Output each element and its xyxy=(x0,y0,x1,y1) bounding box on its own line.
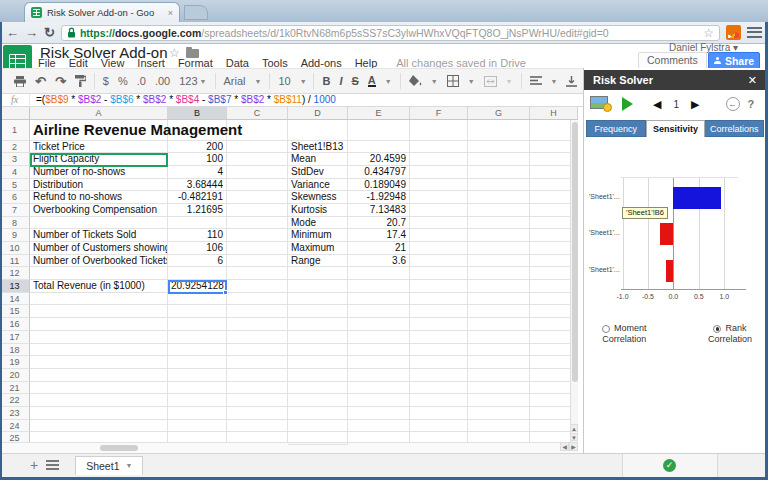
cell-C18[interactable] xyxy=(227,344,288,357)
close-tab-icon[interactable]: × xyxy=(168,8,173,18)
row-header-17[interactable]: 17 xyxy=(0,331,30,344)
url-bar[interactable]: https://docs.google.com/spreadsheets/d/1… xyxy=(61,25,720,41)
column-header-F[interactable]: F xyxy=(410,107,468,119)
cell-G11[interactable] xyxy=(468,255,530,268)
cell-D22[interactable] xyxy=(288,394,348,407)
cell-F6[interactable] xyxy=(410,191,468,204)
cell-D8[interactable]: Mode xyxy=(288,217,348,230)
extension-icon[interactable] xyxy=(726,25,741,40)
cell-A22[interactable] xyxy=(30,394,168,407)
cell-G21[interactable] xyxy=(468,382,530,395)
number-format-button[interactable]: 123▼ xyxy=(179,75,206,87)
cell-B8[interactable] xyxy=(168,217,227,230)
merge-cells-icon[interactable] xyxy=(484,76,497,87)
fill-color-icon[interactable] xyxy=(409,75,422,87)
cell-B14[interactable] xyxy=(168,293,227,306)
cell-G18[interactable] xyxy=(468,344,530,357)
row-header-16[interactable]: 16 xyxy=(0,318,30,331)
cell-B6[interactable]: -0.482191 xyxy=(168,191,227,204)
cell-F8[interactable] xyxy=(410,217,468,230)
cell-A8[interactable] xyxy=(30,217,168,230)
cell-D16[interactable] xyxy=(288,318,348,331)
vertical-align-icon[interactable] xyxy=(566,76,577,87)
row-header-8[interactable]: 8 xyxy=(0,217,30,230)
row-header-1[interactable]: 1 xyxy=(0,120,30,141)
cell-E13[interactable] xyxy=(348,280,410,293)
sheet-tab[interactable]: Sheet1 ▼ xyxy=(75,456,143,475)
cell-C5[interactable] xyxy=(227,179,288,192)
cell-F24[interactable] xyxy=(410,420,468,433)
cell-G19[interactable] xyxy=(468,356,530,369)
cell-C13[interactable] xyxy=(227,280,288,293)
column-header-A[interactable]: A xyxy=(30,107,168,119)
cell-F15[interactable] xyxy=(410,305,468,318)
cell-D15[interactable] xyxy=(288,305,348,318)
cell-E1[interactable] xyxy=(348,120,410,141)
cell-B7[interactable]: 1.21695 xyxy=(168,204,227,217)
browser-tab[interactable]: Risk Solver Add-on - Goo × xyxy=(24,2,180,22)
cell-C19[interactable] xyxy=(227,356,288,369)
all-sheets-menu-icon[interactable] xyxy=(46,460,59,470)
cell-G17[interactable] xyxy=(468,331,530,344)
cell-G8[interactable] xyxy=(468,217,530,230)
new-tab-button[interactable] xyxy=(184,5,208,20)
row-header-24[interactable]: 24 xyxy=(0,420,30,433)
percent-format-button[interactable]: % xyxy=(118,75,128,87)
chrome-menu-icon[interactable] xyxy=(747,27,762,38)
cell-D3[interactable]: Mean xyxy=(288,153,348,166)
horizontal-scroll-thumb[interactable] xyxy=(100,445,138,451)
cell-C16[interactable] xyxy=(227,318,288,331)
cell-E9[interactable]: 17.4 xyxy=(348,229,410,242)
row-header-10[interactable]: 10 xyxy=(0,242,30,255)
cell-C4[interactable] xyxy=(227,166,288,179)
previous-trial-icon[interactable]: ◀ xyxy=(653,98,661,111)
cell-C11[interactable] xyxy=(227,255,288,268)
print-icon[interactable] xyxy=(14,76,26,87)
text-color-button[interactable]: A xyxy=(368,75,376,87)
horizontal-align-icon[interactable] xyxy=(530,76,542,86)
row-header-23[interactable]: 23 xyxy=(0,407,30,420)
cell-D19[interactable] xyxy=(288,356,348,369)
row-header-5[interactable]: 5 xyxy=(0,179,30,192)
scroll-right-icon[interactable]: ▶ xyxy=(569,442,578,451)
cell-G2[interactable] xyxy=(468,141,530,154)
cell-D24[interactable] xyxy=(288,420,348,433)
cell-A20[interactable] xyxy=(30,369,168,382)
row-header-21[interactable]: 21 xyxy=(0,382,30,395)
cell-C21[interactable] xyxy=(227,382,288,395)
cell-B22[interactable] xyxy=(168,394,227,407)
radio-circle-icon[interactable] xyxy=(713,325,721,333)
cell-A16[interactable] xyxy=(30,318,168,331)
cell-B2[interactable]: 200 xyxy=(168,141,227,154)
cell-D5[interactable]: Variance xyxy=(288,179,348,192)
cell-F7[interactable] xyxy=(410,204,468,217)
cell-E8[interactable]: 20.7 xyxy=(348,217,410,230)
radio-rank-correlation[interactable]: RankCorrelation xyxy=(708,323,752,345)
cell-F13[interactable] xyxy=(410,280,468,293)
vertical-scrollbar[interactable] xyxy=(570,120,578,442)
row-header-12[interactable]: 12 xyxy=(0,267,30,280)
cell-D25[interactable] xyxy=(288,432,348,445)
cell-C15[interactable] xyxy=(227,305,288,318)
cell-F14[interactable] xyxy=(410,293,468,306)
vertical-scroll-thumb[interactable] xyxy=(572,122,578,382)
decrease-decimals-button[interactable]: .0 xyxy=(137,75,146,87)
cell-C9[interactable] xyxy=(227,229,288,242)
cell-B5[interactable]: 3.68444 xyxy=(168,179,227,192)
cell-B19[interactable] xyxy=(168,356,227,369)
row-header-6[interactable]: 6 xyxy=(0,191,30,204)
radio-circle-icon[interactable] xyxy=(602,325,610,333)
cell-B4[interactable]: 4 xyxy=(168,166,227,179)
cell-B21[interactable] xyxy=(168,382,227,395)
next-trial-icon[interactable]: ▶ xyxy=(691,98,699,111)
scroll-down-icon[interactable]: ▼ xyxy=(570,433,578,441)
cell-C22[interactable] xyxy=(227,394,288,407)
paint-format-icon[interactable] xyxy=(75,75,86,87)
cell-E4[interactable]: 0.434797 xyxy=(348,166,410,179)
cell-B16[interactable] xyxy=(168,318,227,331)
cell-C2[interactable] xyxy=(227,141,288,154)
chart-bar-3[interactable] xyxy=(666,260,673,282)
cell-E16[interactable] xyxy=(348,318,410,331)
cell-B23[interactable] xyxy=(168,407,227,420)
chart-bar-2[interactable] xyxy=(660,223,673,245)
